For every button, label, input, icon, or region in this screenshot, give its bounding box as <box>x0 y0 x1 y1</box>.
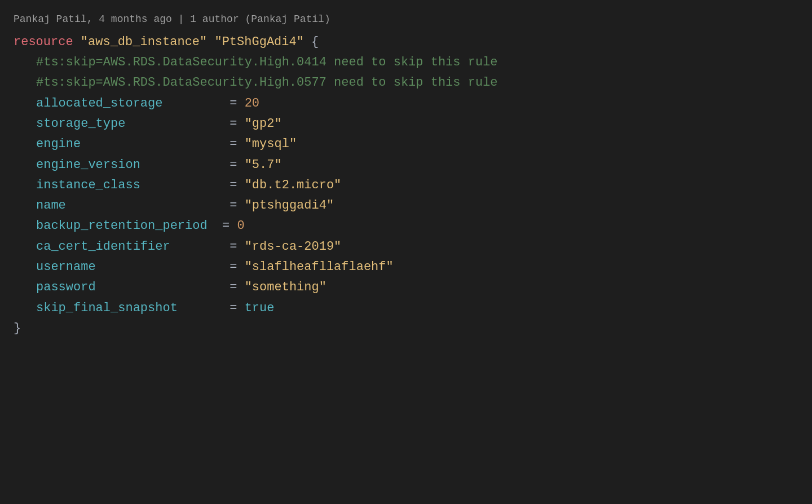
attr-val-ca-cert: "rds-ca-2019" <box>245 240 342 254</box>
attr-engine: engine = "mysql" <box>14 134 798 154</box>
attr-val-password: "something" <box>245 280 326 294</box>
close-brace: } <box>14 321 21 335</box>
attr-key-allocated-storage: allocated_storage <box>36 96 222 110</box>
attr-val-storage-type: "gp2" <box>245 117 282 131</box>
attr-name: name = "ptshggadi4" <box>14 196 798 216</box>
attr-key-name: name <box>36 198 222 213</box>
attr-username: username = "slaflheafllaflaehf" <box>14 257 798 277</box>
equals-3: = <box>222 137 245 151</box>
attr-val-name: "ptshggadi4" <box>245 198 334 213</box>
attr-key-storage-type: storage_type <box>36 117 222 131</box>
attr-key-engine-version: engine_version <box>36 158 222 172</box>
equals-5: = <box>222 178 245 192</box>
equals-11: = <box>222 301 245 315</box>
code-container: Pankaj Patil, 4 months ago | 1 author (P… <box>0 0 812 504</box>
attr-password: password = "something" <box>14 277 798 298</box>
equals-7: = <box>215 219 237 233</box>
comment-1-text: #ts:skip=AWS.RDS.DataSecurity.High.0414 … <box>36 55 498 69</box>
attr-val-allocated-storage: 20 <box>245 96 259 110</box>
meta-pipe: | <box>172 14 190 25</box>
open-brace: { <box>311 35 319 49</box>
meta-separator: , <box>87 14 99 25</box>
comment-2-text: #ts:skip=AWS.RDS.DataSecurity.High.0577 … <box>36 76 498 90</box>
equals-10: = <box>222 280 245 294</box>
attr-val-engine: "mysql" <box>245 137 297 151</box>
equals-8: = <box>222 240 245 254</box>
attr-val-engine-version: "5.7" <box>245 158 282 172</box>
attr-skip-final-snapshot: skip_final_snapshot = true <box>14 298 798 319</box>
resource-type: "aws_db_instance" <box>81 35 207 49</box>
attr-key-backup-retention: backup_retention_period <box>36 219 215 233</box>
comment-line-2: #ts:skip=AWS.RDS.DataSecurity.High.0577 … <box>14 73 798 93</box>
attr-allocated-storage: allocated_storage = 20 <box>14 94 798 114</box>
attr-key-password: password <box>36 280 222 294</box>
attr-storage-type: storage_type = "gp2" <box>14 114 798 134</box>
attr-key-instance-class: instance_class <box>36 178 222 192</box>
code-block: resource "aws_db_instance" "PtShGgAdi4" … <box>14 32 798 339</box>
close-brace-line: } <box>14 319 798 339</box>
equals-4: = <box>222 158 245 172</box>
resource-declaration-line: resource "aws_db_instance" "PtShGgAdi4" … <box>14 32 798 52</box>
equals-1: = <box>222 96 245 110</box>
author-name: Pankaj Patil <box>14 14 87 25</box>
attr-key-engine: engine <box>36 137 222 151</box>
authors-info: 1 author (Pankaj Patil) <box>190 14 330 25</box>
attr-val-backup-retention: 0 <box>237 219 244 233</box>
attr-val-skip-final-snapshot: true <box>245 301 275 315</box>
attr-instance-class: instance_class = "db.t2.micro" <box>14 175 798 196</box>
time-ago: 4 months ago <box>99 14 172 25</box>
equals-9: = <box>222 260 245 274</box>
resource-keyword: resource <box>14 35 73 49</box>
attr-val-instance-class: "db.t2.micro" <box>245 178 342 192</box>
attr-key-username: username <box>36 260 222 274</box>
resource-name: "PtShGgAdi4" <box>214 35 303 49</box>
attr-key-skip-final-snapshot: skip_final_snapshot <box>36 301 222 315</box>
equals-6: = <box>222 198 245 213</box>
attr-key-ca-cert: ca_cert_identifier <box>36 240 222 254</box>
attr-engine-version: engine_version = "5.7" <box>14 155 798 175</box>
attr-ca-cert: ca_cert_identifier = "rds-ca-2019" <box>14 237 798 257</box>
comment-line-1: #ts:skip=AWS.RDS.DataSecurity.High.0414 … <box>14 52 798 73</box>
meta-info: Pankaj Patil, 4 months ago | 1 author (P… <box>14 11 798 28</box>
attr-val-username: "slaflheafllaflaehf" <box>245 260 394 274</box>
attr-backup-retention: backup_retention_period = 0 <box>14 216 798 236</box>
equals-2: = <box>222 117 245 131</box>
